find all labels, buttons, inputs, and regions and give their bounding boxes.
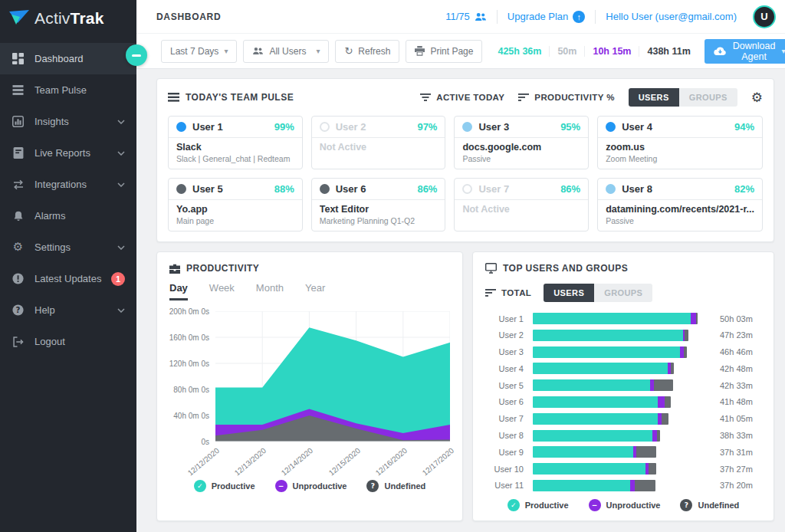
tab-year[interactable]: Year — [305, 282, 325, 300]
activity-detail: Main page — [176, 216, 294, 225]
sort-productivity[interactable]: PRODUCTIVITY % — [518, 93, 614, 102]
bar-track — [533, 379, 711, 391]
sort-total-label: TOTAL — [501, 288, 531, 297]
pulse-card-user-3[interactable]: User 395%docs.google.comPassive — [454, 116, 589, 169]
bar-row-user-7: User 741h 05m — [485, 412, 761, 426]
bar-segment-productive — [533, 446, 633, 458]
sidebar-item-live-reports[interactable]: Live Reports — [0, 137, 136, 169]
toolbar: Last 7 Days ▾ All Users ▾ ↻ Refresh Prin… — [136, 34, 785, 69]
sidebar-item-latest-updates[interactable]: Latest Updates1 — [0, 263, 136, 294]
stacked-bar — [533, 430, 660, 442]
bar-segment-productive — [533, 480, 630, 491]
productive-legend-icon: ✓ — [194, 480, 206, 492]
download-label: Download Agent — [733, 41, 776, 62]
hamburger-icon — [168, 93, 179, 102]
sidebar-item-help[interactable]: ?Help — [0, 294, 136, 326]
sidebar-item-insights[interactable]: Insights — [0, 106, 136, 137]
dashboard-icon — [11, 53, 25, 64]
tab-week[interactable]: Week — [209, 282, 235, 300]
current-activity: zoom.us — [606, 142, 754, 153]
pulse-card-user-7[interactable]: User 786%Not Active — [454, 178, 589, 232]
toggle-users[interactable]: USERS — [544, 284, 594, 302]
sidebar-item-settings[interactable]: ⚙Settings — [0, 232, 136, 263]
help-icon: ? — [11, 304, 25, 316]
sidebar-item-label: Insights — [34, 116, 69, 127]
bar-category-label: User 7 — [485, 414, 524, 423]
legend-label: Undefined — [384, 481, 425, 491]
pulse-card-body: SlackSlack | General_chat | Redteam — [169, 138, 302, 169]
pulse-card-body: zoom.usZoom Meeting — [598, 138, 762, 169]
sort-productivity-label: PRODUCTIVITY % — [534, 93, 614, 102]
gear-icon[interactable]: ⚙ — [751, 91, 763, 104]
pulse-card-body: Not Active — [455, 200, 588, 231]
bar-category-label: User 5 — [485, 381, 524, 390]
pulse-card-user-5[interactable]: User 588%Yo.appMain page — [168, 178, 303, 232]
legend-item-undefined: ?Undefined — [680, 499, 739, 511]
pulse-card-user-4[interactable]: User 494%zoom.usZoom Meeting — [597, 116, 763, 169]
sort-active-today[interactable]: ACTIVE TODAY — [420, 93, 504, 102]
pulse-card-user-2[interactable]: User 297%Not Active — [311, 116, 446, 169]
pulse-users-groups-toggle: USERS GROUPS — [629, 88, 737, 107]
bar-value-label: 42h 33m — [720, 381, 761, 390]
team-pulse-panel: TODAY'S TEAM PULSE ACTIVE TODAY — [156, 78, 774, 242]
user-filter-dropdown[interactable]: All Users ▾ — [243, 40, 329, 63]
stacked-bar — [533, 363, 674, 374]
gear-icon: ⚙ — [11, 241, 25, 253]
sidebar-item-alarms[interactable]: Alarms — [0, 200, 136, 232]
bar-value-label: 42h 48m — [720, 364, 761, 373]
pulse-card-header: User 686% — [312, 179, 445, 200]
top-header: DASHBOARD 11/75 Upgrade Plan ↑ Hello Use… — [136, 0, 785, 34]
pulse-card-user-6[interactable]: User 686%Text EditorMarketing Planning Q… — [311, 178, 446, 232]
sort-total[interactable]: TOTAL — [485, 288, 531, 297]
top-users-header: TOP USERS AND GROUPS — [485, 263, 761, 274]
productivity-title: PRODUCTIVITY — [186, 263, 259, 274]
bar-value-label: 37h 31m — [720, 448, 761, 457]
filter-left-icon — [518, 94, 529, 101]
topbar-right: 11/75 Upgrade Plan ↑ Hello User (user@gm… — [435, 5, 776, 28]
chevron-down-icon — [117, 120, 125, 124]
refresh-button[interactable]: ↻ Refresh — [335, 40, 399, 63]
license-count-link[interactable]: 11/75 — [435, 11, 497, 22]
pulse-card-header: User 494% — [598, 117, 762, 138]
toggle-users[interactable]: USERS — [629, 88, 679, 107]
toggle-groups[interactable]: GROUPS — [594, 284, 652, 302]
y-tick-label: 80h 0m 0s — [173, 386, 209, 394]
download-agent-button[interactable]: Download Agent ▾ — [705, 39, 785, 64]
sidebar-item-team-pulse[interactable]: Team Pulse — [0, 74, 136, 106]
date-range-dropdown[interactable]: Last 7 Days ▾ — [161, 40, 237, 63]
sidebar-item-logout[interactable]: Logout — [0, 326, 136, 357]
sidebar-nav: DashboardTeam PulseInsightsLive ReportsI… — [0, 37, 136, 357]
bar-track — [533, 330, 711, 341]
bar-row-user-11: User 1137h 20m — [485, 478, 761, 493]
productivity-percent: 88% — [274, 183, 294, 195]
toggle-groups[interactable]: GROUPS — [679, 88, 737, 107]
productivity-percent: 95% — [560, 121, 580, 133]
pulse-card-user-8[interactable]: User 882%datamining.com/recents/2021-r..… — [597, 178, 763, 232]
upgrade-plan-link[interactable]: Upgrade Plan ↑ — [498, 11, 596, 23]
y-axis-labels: 200h 0m 0s160h 0m 0s120h 0m 0s80h 0m 0s4… — [169, 311, 215, 442]
print-page-button[interactable]: Print Page — [406, 40, 482, 63]
upgrade-arrow-icon: ↑ — [573, 11, 585, 23]
brand-logo[interactable]: ActivTrak — [0, 0, 136, 37]
sidebar-item-label: Help — [34, 304, 55, 316]
bar-segment-undefined — [657, 430, 659, 442]
pulse-card-body: Yo.appMain page — [169, 200, 302, 231]
bar-category-label: User 11 — [485, 481, 524, 490]
account-menu-link[interactable]: Hello User (user@gmail.com) — [596, 11, 747, 22]
bar-segment-productive — [533, 363, 668, 374]
sidebar-collapse-button[interactable] — [126, 44, 147, 66]
pulse-card-user-1[interactable]: User 199%SlackSlack | General_chat | Red… — [168, 116, 303, 169]
sidebar-item-integrations[interactable]: Integrations — [0, 169, 136, 200]
legend-label: Unproductive — [293, 481, 347, 491]
tab-day[interactable]: Day — [169, 282, 188, 300]
avatar[interactable]: U — [753, 5, 776, 28]
productivity-percent: 86% — [417, 183, 437, 195]
tab-month[interactable]: Month — [256, 282, 284, 300]
area-chart: 200h 0m 0s160h 0m 0s120h 0m 0s80h 0m 0s4… — [169, 311, 450, 442]
bar-segment-productive — [533, 413, 658, 425]
user-name: User 2 — [336, 121, 366, 133]
x-axis-labels: 12/12/202012/13/202012/14/202012/15/2020… — [215, 442, 450, 480]
productivity-percent: 94% — [734, 121, 754, 133]
x-tick-label: 12/16/2020 — [369, 446, 409, 481]
sidebar-item-dashboard[interactable]: Dashboard — [0, 43, 136, 74]
